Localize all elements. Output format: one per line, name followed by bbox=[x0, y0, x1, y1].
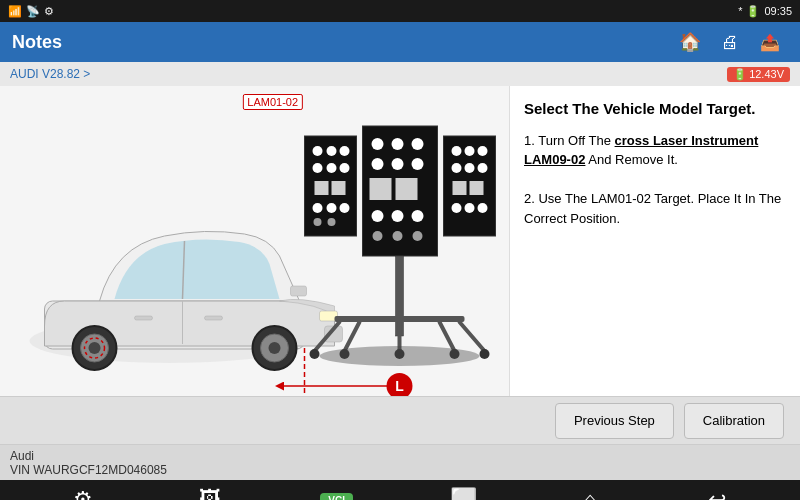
svg-point-33 bbox=[412, 138, 424, 150]
calibration-target bbox=[305, 126, 496, 366]
svg-point-27 bbox=[340, 203, 350, 213]
svg-point-64 bbox=[310, 349, 320, 359]
svg-point-51 bbox=[478, 163, 488, 173]
svg-point-44 bbox=[413, 231, 423, 241]
svg-point-69 bbox=[320, 346, 480, 366]
l-text: L bbox=[395, 378, 404, 394]
svg-line-62 bbox=[440, 322, 455, 351]
svg-point-47 bbox=[465, 146, 475, 156]
signal-icon: 📶 bbox=[8, 5, 22, 18]
svg-rect-53 bbox=[470, 181, 484, 195]
svg-point-41 bbox=[412, 210, 424, 222]
print-button[interactable]: 🖨 bbox=[712, 24, 748, 60]
svg-point-28 bbox=[314, 218, 322, 226]
vehicle-vin: VIN WAURGCF12MD046085 bbox=[10, 463, 167, 477]
svg-point-17 bbox=[313, 146, 323, 156]
svg-point-46 bbox=[452, 146, 462, 156]
svg-point-29 bbox=[328, 218, 336, 226]
vehicle-brand: Audi bbox=[10, 449, 167, 463]
voltage-value: 12.43V bbox=[749, 68, 784, 80]
bluetooth-icon: * bbox=[738, 5, 742, 17]
wifi-icon: 📡 bbox=[26, 5, 40, 18]
svg-point-56 bbox=[478, 203, 488, 213]
instructions-title: Select The Vehicle Model Target. bbox=[524, 98, 786, 121]
vci-nav-button[interactable]: VCI bbox=[312, 482, 362, 500]
svg-point-48 bbox=[478, 146, 488, 156]
svg-point-31 bbox=[372, 138, 384, 150]
image-nav-icon: 🖼 bbox=[199, 487, 221, 500]
back-nav-icon: ↩ bbox=[708, 487, 726, 500]
square-nav-button[interactable]: ⬜ bbox=[438, 482, 488, 500]
image-nav-button[interactable]: 🖼 bbox=[185, 482, 235, 500]
svg-rect-6 bbox=[205, 316, 223, 320]
svg-point-49 bbox=[452, 163, 462, 173]
svg-rect-15 bbox=[291, 286, 307, 296]
settings-nav-button[interactable]: ⚙ bbox=[58, 482, 108, 500]
instructions-body: 1. Turn Off The cross Laser Instrument L… bbox=[524, 131, 786, 229]
logout-button[interactable]: 📤 bbox=[752, 24, 788, 60]
status-bar: 📶 📡 ⚙ * 🔋 09:35 bbox=[0, 0, 800, 22]
step2-text: 2. Use The LAM01-02 Target. Place It In … bbox=[524, 191, 781, 226]
svg-point-42 bbox=[373, 231, 383, 241]
svg-rect-37 bbox=[370, 178, 392, 200]
status-icons-right: * 🔋 09:35 bbox=[738, 5, 792, 18]
svg-point-13 bbox=[269, 342, 281, 354]
vehicle-info: Audi VIN WAURGCF12MD046085 bbox=[10, 449, 167, 477]
svg-point-20 bbox=[313, 163, 323, 173]
svg-rect-38 bbox=[396, 178, 418, 200]
diagram-area: LAM01-02 bbox=[0, 86, 510, 396]
back-nav-button[interactable]: ↩ bbox=[692, 482, 742, 500]
step1-suffix: And Remove It. bbox=[585, 152, 678, 167]
diagram-svg: L bbox=[0, 86, 509, 396]
breadcrumb-version[interactable]: AUDI V28.82 > bbox=[10, 67, 90, 81]
svg-rect-7 bbox=[135, 316, 153, 320]
square-nav-icon: ⬜ bbox=[450, 487, 477, 500]
settings-small-icon: ⚙ bbox=[44, 5, 54, 18]
svg-point-21 bbox=[327, 163, 337, 173]
svg-point-10 bbox=[89, 342, 101, 354]
svg-point-25 bbox=[313, 203, 323, 213]
previous-step-button[interactable]: Previous Step bbox=[555, 403, 674, 439]
svg-point-50 bbox=[465, 163, 475, 173]
breadcrumb: AUDI V28.82 > 🔋 12.43V bbox=[0, 62, 800, 86]
home-nav-icon: ⌂ bbox=[583, 487, 596, 500]
svg-point-55 bbox=[465, 203, 475, 213]
footer-info: Audi VIN WAURGCF12MD046085 bbox=[0, 444, 800, 480]
svg-point-40 bbox=[392, 210, 404, 222]
calibration-button[interactable]: Calibration bbox=[684, 403, 784, 439]
battery-icon: 🔋 bbox=[746, 5, 760, 18]
battery-small-icon: 🔋 bbox=[733, 68, 747, 81]
battery-voltage: 🔋 12.43V bbox=[727, 67, 790, 82]
settings-nav-icon: ⚙ bbox=[73, 487, 93, 500]
svg-point-18 bbox=[327, 146, 337, 156]
main-content: LAM01-02 bbox=[0, 86, 800, 396]
logout-icon: 📤 bbox=[760, 33, 780, 52]
svg-point-34 bbox=[372, 158, 384, 170]
svg-point-43 bbox=[393, 231, 403, 241]
svg-point-22 bbox=[340, 163, 350, 173]
svg-point-32 bbox=[392, 138, 404, 150]
svg-line-63 bbox=[460, 322, 485, 351]
home-nav-button[interactable]: ⌂ bbox=[565, 482, 615, 500]
svg-point-39 bbox=[372, 210, 384, 222]
svg-point-35 bbox=[392, 158, 404, 170]
svg-rect-24 bbox=[332, 181, 346, 195]
car-silhouette bbox=[30, 231, 343, 370]
header: Notes 🏠 🖨 📤 bbox=[0, 22, 800, 62]
svg-point-26 bbox=[327, 203, 337, 213]
svg-line-60 bbox=[345, 322, 360, 351]
svg-point-36 bbox=[412, 158, 424, 170]
svg-rect-23 bbox=[315, 181, 329, 195]
svg-rect-52 bbox=[453, 181, 467, 195]
vci-nav-label: VCI bbox=[320, 493, 353, 501]
print-icon: 🖨 bbox=[721, 32, 739, 53]
time-display: 09:35 bbox=[764, 5, 792, 17]
home-button[interactable]: 🏠 bbox=[672, 24, 708, 60]
page-title: Notes bbox=[12, 32, 664, 53]
svg-point-54 bbox=[452, 203, 462, 213]
nav-bar: ⚙ 🖼 VCI ⬜ ⌂ ↩ bbox=[0, 480, 800, 500]
action-bar: Previous Step Calibration bbox=[0, 396, 800, 444]
step1-prefix: 1. Turn Off The bbox=[524, 133, 615, 148]
home-icon: 🏠 bbox=[679, 31, 701, 53]
header-action-icons: 🏠 🖨 📤 bbox=[672, 24, 788, 60]
